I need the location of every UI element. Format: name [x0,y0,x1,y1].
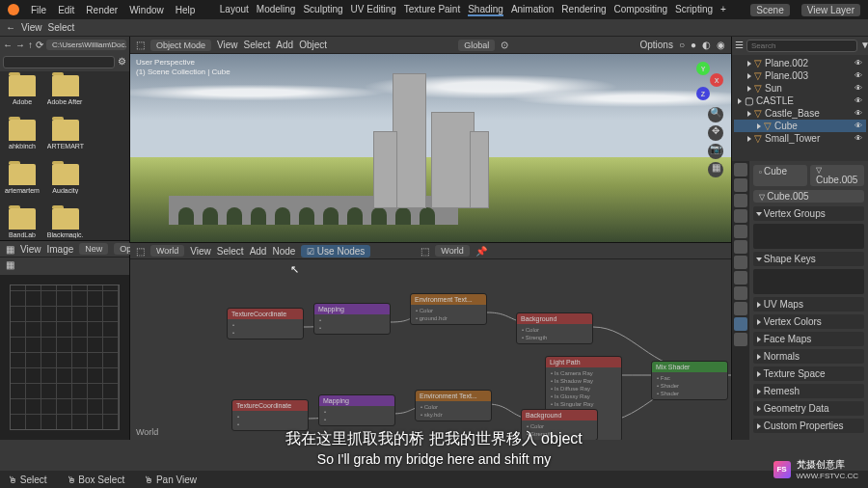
folder-item[interactable]: Blackmagic... [47,208,84,240]
panel-vertex-groups[interactable]: Vertex Groups [753,206,864,221]
world-datablock[interactable]: World [435,245,469,257]
outliner-item[interactable]: ▽ Sun👁 [734,82,866,95]
shading-wire-icon[interactable]: ○ [679,40,685,50]
tab-scripting[interactable]: Scripting [675,4,713,16]
back-icon[interactable]: ← [6,22,15,33]
outliner-type-icon[interactable]: ☰ [735,40,744,52]
node-editor-area[interactable]: TextureCoordinate• • Mapping• • Environm… [130,259,731,440]
outliner-item[interactable]: ▽ Small_Tower👁 [734,132,866,145]
ne-add[interactable]: Add [250,246,267,257]
menu-file[interactable]: File [31,5,46,15]
shader-node[interactable]: Mapping• • [313,303,391,335]
tab-mesh-icon[interactable] [734,317,747,331]
panel-vertex-colors[interactable]: Vertex Colors [753,314,864,329]
tab-shading[interactable]: Shading [468,4,503,16]
shader-node[interactable]: Background• Color• Strength [516,312,593,344]
editor-type-icon[interactable]: ⬚ [136,246,145,257]
folder-item[interactable]: Audacity [47,164,84,204]
panel-face-maps[interactable]: Face Maps [753,332,864,346]
folder-item[interactable]: Adobe [4,75,41,116]
shader-node[interactable]: TextureCoordinate• • [227,308,304,339]
vertex-groups-list[interactable] [753,224,864,249]
shader-node[interactable]: Mapping• • [318,394,395,426]
tab-compositing[interactable]: Compositing [614,4,668,16]
menu-edit[interactable]: Edit [58,5,74,15]
options-menu[interactable]: Options [639,40,672,50]
menu-help[interactable]: Help [176,5,196,15]
tab-modifier-icon[interactable] [734,256,747,269]
tab-sculpting[interactable]: Sculpting [303,4,342,16]
file-path-field[interactable]: C:\Users\William\Doc... [46,40,126,50]
outliner-item[interactable]: ▽ Cube👁 [734,120,866,132]
folder-item[interactable]: ARTEMARTEM [47,120,84,160]
tab-world-icon[interactable] [734,225,747,238]
vp-object[interactable]: Object [299,40,327,50]
shader-node[interactable]: Environment Text...• Color• sky.hdr [415,390,492,421]
tab-texpaint[interactable]: Texture Paint [404,4,460,16]
slot-icon[interactable]: ⬚ [420,246,429,257]
tab-animation[interactable]: Animation [511,4,554,16]
file-search-input[interactable] [3,56,115,68]
tab-rendering[interactable]: Rendering [561,4,606,16]
camera-icon[interactable]: 📷 [708,144,723,159]
filter-icon[interactable]: ▼ [860,40,868,52]
folder-item[interactable]: artemartem [4,164,41,204]
panel-uv-maps[interactable]: UV Maps [753,297,864,312]
shader-node[interactable]: Environment Text...• Color• ground.hdr [410,293,487,325]
outliner-item[interactable]: ▢ CASTLE👁 [734,95,866,107]
nav-refresh-icon[interactable]: ⟳ [36,40,43,50]
outliner-tree[interactable]: ▽ Plane.002👁 ▽ Plane.003👁 ▽ Sun👁 ▢ CASTL… [732,55,868,161]
panel-remesh[interactable]: Remesh [753,384,864,398]
tab-render-icon[interactable] [734,163,747,176]
ne-view[interactable]: View [190,246,211,257]
outliner-item[interactable]: ▽ Plane.002👁 [734,57,866,69]
ne-select[interactable]: Select [217,246,244,257]
tab-output-icon[interactable] [734,178,747,192]
panel-texture-space[interactable]: Texture Space [753,366,864,381]
panel-shape-keys[interactable]: Shape Keys [753,252,864,266]
shape-keys-list[interactable] [753,269,864,294]
menu-render[interactable]: Render [86,5,118,15]
nav-back-icon[interactable]: ← [3,40,13,50]
file-filter-icon[interactable]: ⚙ [118,56,126,68]
tab-particle-icon[interactable] [734,271,747,285]
shading-render-icon[interactable]: ◉ [717,40,725,50]
outliner-item[interactable]: ▽ Castle_Base👁 [734,107,866,120]
persp-icon[interactable]: ▦ [708,162,723,177]
uv-select-icon[interactable]: ▦ [6,259,14,270]
zoom-icon[interactable]: 🔍 [708,107,723,122]
nav-fwd-icon[interactable]: → [15,40,25,50]
editor-type-icon[interactable]: ⬚ [136,40,145,50]
outliner-item[interactable]: ▽ Plane.003👁 [734,69,866,82]
use-nodes-toggle[interactable]: ☑ Use Nodes [301,245,370,258]
ie-view[interactable]: View [20,244,41,255]
viewport-3d[interactable]: User Perspective (1) Scene Collection | … [130,54,731,242]
add-workspace-icon[interactable]: + [720,4,726,16]
uv-editor-area[interactable] [0,275,129,440]
tab-physics-icon[interactable] [734,286,747,300]
tab-object-icon[interactable] [734,240,747,254]
viewlayer-select[interactable]: View Layer [801,4,860,16]
tab-constraint-icon[interactable] [734,302,747,315]
shading-solid-icon[interactable]: ● [691,40,696,50]
folder-item[interactable]: Adobe After E... [47,75,84,116]
shader-type-select[interactable]: World [150,245,184,257]
nav-up-icon[interactable]: ↑ [28,40,33,50]
tab-scene-icon[interactable] [734,209,747,223]
object-name-field[interactable]: ▫ Cube [753,165,807,186]
folder-item[interactable]: ahkbinch [4,120,41,160]
menu-select[interactable]: Select [48,22,75,33]
menu-view[interactable]: View [21,22,42,33]
folder-item[interactable]: BandLab [4,208,41,240]
ie-image[interactable]: Image [47,244,74,255]
menu-window[interactable]: Window [129,5,164,15]
scene-select[interactable]: Scene [750,4,789,16]
tab-modeling[interactable]: Modeling [257,4,296,16]
snap-icon[interactable]: ⊙ [501,40,508,50]
datablock-field[interactable]: ▽ Cube.005 [753,190,864,203]
tab-view-icon[interactable] [734,194,747,207]
outliner-search-input[interactable] [746,40,857,52]
mode-select[interactable]: Object Mode [150,40,211,51]
vp-select[interactable]: Select [244,40,271,50]
move-icon[interactable]: ✥ [708,125,723,141]
